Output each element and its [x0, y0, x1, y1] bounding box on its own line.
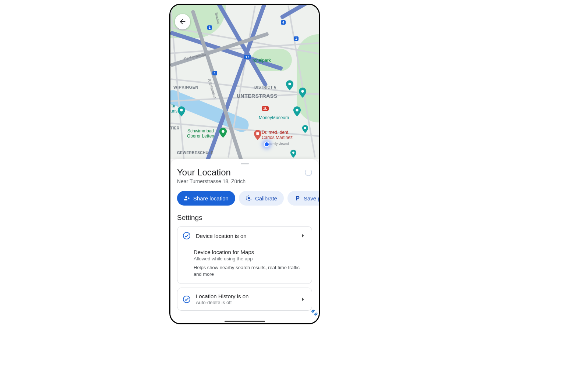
share-person-icon	[184, 195, 190, 202]
home-indicator[interactable]	[225, 321, 265, 322]
settings-heading: Settings	[170, 212, 319, 226]
calibrate-button[interactable]: Calibrate	[239, 191, 284, 206]
district-label: GEWERBESCHULE	[177, 151, 213, 155]
share-location-button[interactable]: Share location	[177, 191, 235, 206]
road-shield: 1	[294, 36, 299, 41]
chip-label: Share location	[193, 195, 229, 202]
paw-icon: 🐾	[311, 309, 318, 316]
poi-pin-teal-icon[interactable]	[286, 80, 294, 88]
location-history-row[interactable]: Location History is on Auto-delete is of…	[177, 288, 312, 310]
poi-label[interactable]: Dr. med. dent. Carlos Martinez	[262, 130, 293, 140]
action-chip-row: Share location Calibrate Save parking	[170, 184, 319, 212]
svg-point-0	[222, 130, 224, 133]
poi-pin-red-icon[interactable]	[254, 130, 262, 140]
svg-point-8	[248, 197, 250, 199]
chevron-right-icon	[299, 232, 307, 239]
detail-title: Device location for Maps	[194, 249, 307, 255]
svg-point-3	[301, 90, 304, 93]
drag-handle-icon[interactable]	[241, 163, 249, 164]
row-sub: Auto-delete is off	[196, 300, 294, 305]
road-shield: 4	[281, 20, 286, 25]
calibrate-icon	[246, 195, 252, 202]
svg-point-4	[296, 109, 298, 111]
check-circle-icon	[183, 232, 191, 240]
svg-rect-1	[256, 132, 259, 135]
district-label: UNTERSTRASS	[237, 93, 278, 99]
save-parking-button[interactable]: Save parking	[287, 191, 319, 206]
loading-spinner-icon	[305, 169, 312, 176]
map-canvas[interactable]: 1 1 1 4 17 1L UNTERSTRASS WIPKINGEN DIST…	[170, 5, 319, 159]
location-history-card: Location History is on Auto-delete is of…	[177, 288, 312, 311]
road-shield: 1L	[262, 106, 269, 111]
poi-label[interactable]: MoneyMuseum	[259, 115, 289, 120]
row-title: Device location is on	[196, 233, 294, 239]
district-label: WIPKINGEN	[173, 85, 198, 89]
device-frame: 1 1 1 4 17 1L UNTERSTRASS WIPKINGEN DIST…	[169, 4, 320, 324]
poi-label[interactable]: Irchelpark	[251, 58, 271, 63]
road-shield: 17	[244, 55, 251, 59]
road-shield: 1	[212, 71, 217, 75]
chip-label: Calibrate	[255, 195, 277, 202]
row-title: Location History is on	[196, 293, 294, 299]
poi-pin-green-icon[interactable]	[219, 128, 227, 138]
svg-point-5	[180, 109, 183, 111]
poi-pin-teal-icon[interactable]	[293, 106, 301, 114]
detail-sub: Allowed while using the app	[194, 256, 307, 261]
device-location-row[interactable]: Device location is on	[177, 227, 312, 245]
svg-rect-6	[304, 127, 306, 129]
poi-pin-teal-icon[interactable]	[177, 106, 186, 114]
parking-icon	[294, 195, 301, 202]
chevron-right-icon	[299, 296, 307, 303]
bottom-sheet[interactable]: Your Location Near Turnerstrasse 18, Zür…	[170, 159, 319, 323]
arrow-left-icon	[179, 18, 187, 26]
street-label: Tièchestrasse	[183, 53, 206, 61]
device-screen: 1 1 1 4 17 1L UNTERSTRASS WIPKINGEN DIST…	[170, 5, 319, 323]
sheet-subtitle: Near Turnerstrasse 18, Zürich	[170, 178, 319, 184]
poi-pin-teal-icon[interactable]	[302, 125, 310, 133]
district-label: TIER	[170, 126, 180, 130]
district-label: DISTRICT 6	[254, 85, 276, 89]
sheet-title: Your Location	[177, 167, 231, 178]
poi-pin-teal-icon[interactable]	[290, 150, 298, 158]
current-location-dot-icon[interactable]	[264, 142, 269, 147]
back-button[interactable]	[175, 14, 190, 29]
poi-pin-teal-icon[interactable]	[299, 88, 307, 96]
recently-viewed-label: cently viewed	[269, 142, 289, 146]
detail-desc: Helps show nearby search results, real-t…	[194, 264, 307, 278]
svg-point-2	[288, 83, 291, 85]
svg-point-7	[292, 152, 294, 154]
check-circle-icon	[183, 295, 191, 303]
poi-label[interactable]: Schwimmbad Oberer Letten	[187, 128, 214, 139]
device-location-detail: Device location for Maps Allowed while u…	[177, 245, 312, 284]
road-shield: 1	[207, 25, 212, 30]
chip-label: Save parking	[304, 195, 319, 202]
device-location-card: Device location is on Device location fo…	[177, 226, 312, 284]
